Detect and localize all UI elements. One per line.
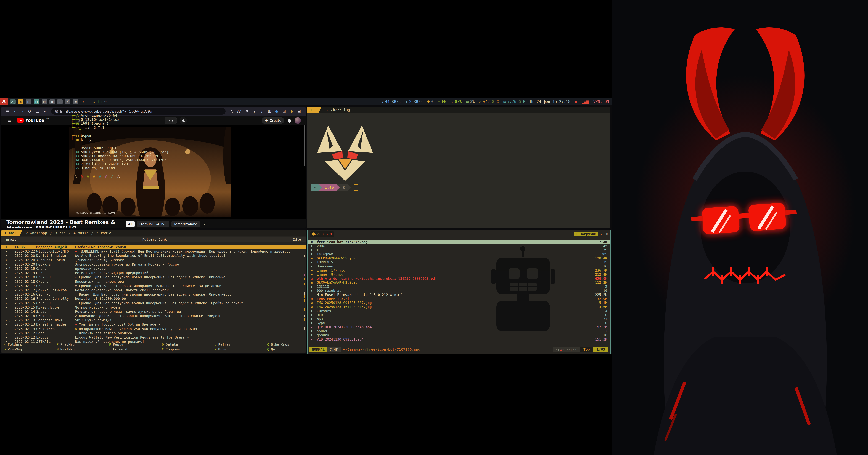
- filter-chip-1[interactable]: From iNEGATIVE: [137, 221, 169, 227]
- ws-images-icon[interactable]: ▣: [50, 99, 55, 104]
- download-icon[interactable]: ⇣: [259, 108, 265, 115]
- mail-row[interactable]: •ℓ2025-02-19Ольгаприведеи заказы: [1, 266, 306, 271]
- chips-chevron-icon[interactable]: ›: [204, 222, 205, 227]
- file-row[interactable]: ▮gomuks10: [308, 333, 611, 337]
- file-row[interactable]: ▣GkC0yLaXgAAP-H2.jpeg112,2K: [308, 281, 611, 285]
- youtube-logo[interactable]: YouTube RU: [17, 118, 49, 123]
- file-row[interactable]: ▮TORRENTS35: [308, 260, 611, 264]
- volume[interactable]: ◁87%: [451, 100, 462, 104]
- mail-help-delete[interactable]: DDelete: [159, 343, 212, 347]
- file-row[interactable]: ▣IMG_20250128_091825_007.jpg5,1M: [308, 301, 611, 305]
- file-row[interactable]: ▮1231132: [308, 285, 611, 289]
- mail-help-nextmsg[interactable]: NNextMsg: [54, 347, 107, 351]
- reader-list-icon[interactable]: ▤: [34, 108, 40, 115]
- puzzle-icon[interactable]: ⊞: [296, 108, 302, 115]
- ws-terminal-icon[interactable]: >_: [10, 99, 16, 104]
- mail-tab-1[interactable]: 2 whatsapp: [23, 230, 50, 236]
- ws-hash-icon[interactable]: #: [65, 99, 70, 104]
- yazi-tab-active[interactable]: 1 Загрузки: [574, 232, 598, 236]
- mail-row[interactable]: •2025-02-18ОксанаИнформация для директор…: [1, 280, 306, 284]
- yazi-tab-inactive[interactable]: 2 X: [600, 232, 608, 236]
- mail-tab-3[interactable]: 4 music: [71, 230, 91, 236]
- mail-tab-active[interactable]: 1 mail: [1, 230, 23, 236]
- filter-chip-0[interactable]: All: [126, 221, 135, 227]
- mail-row[interactable]: •2025-02-13Daniel Shnaider▣Your Warmy To…: [1, 322, 306, 326]
- rss-icon[interactable]: ∿: [229, 108, 235, 115]
- terminal-tab-inactive[interactable]: 2 /h/z/blog: [322, 107, 354, 113]
- mail-row[interactable]: •2025-02-12ExodusExodus Wallet: New Veri…: [1, 335, 306, 339]
- mail-row[interactable]: •2025-02-15Идите ЛесомЧетыре истории о л…: [1, 305, 306, 310]
- mail-help-refresh[interactable]: LRefresh: [212, 343, 265, 347]
- mail-row[interactable]: •2025-02-17Ozon.Ru☒Срочно! Для Вас есть …: [1, 284, 306, 288]
- mail-row[interactable]: •ℓ2025-02-13Лебедева ЮлияSOS! Нужна помо…: [1, 318, 306, 322]
- ws-chat-icon[interactable]: ⊟: [34, 99, 39, 104]
- adblock-icon[interactable]: ◗: [288, 108, 295, 115]
- reload-icon[interactable]: ⟳: [27, 108, 33, 115]
- file-row[interactable]: ▨Lens-FREE-1.3.zip32,9M: [308, 297, 611, 301]
- file-row[interactable]: ▶VID_20241130_092551.mp4151,3M: [308, 337, 611, 341]
- mail-row[interactable]: •14:35Медведев АндрейГлобальные торговые…: [1, 245, 306, 249]
- file-row[interactable]: ▣image (8).jpg212,4K: [308, 272, 611, 277]
- file-row[interactable]: ▮Пингвины16: [308, 264, 611, 268]
- temperature[interactable]: ♨+42.8°C: [479, 100, 499, 104]
- mail-tab-2[interactable]: 3 rss: [53, 230, 68, 236]
- bookmark-caret-icon[interactable]: ▾: [251, 108, 257, 115]
- voice-search-button[interactable]: [180, 117, 187, 124]
- file-row[interactable]: ▯MiniFuse1_Firmware_Update_1_5_0_212_win…: [308, 293, 611, 297]
- shell-prompt[interactable]: ~ 1.46 $: [311, 185, 359, 191]
- launcher-arch-icon[interactable]: Λ: [0, 98, 8, 105]
- create-button[interactable]: + Create: [261, 117, 284, 124]
- menu-icon[interactable]: ≡: [4, 108, 11, 115]
- back-icon[interactable]: ‹: [12, 108, 18, 115]
- filter-chip-2[interactable]: Tomorrowland: [171, 221, 200, 227]
- mail-row[interactable]: 2025-02-13OZON_NEWS◉Поздравляем! Вам нач…: [1, 327, 306, 331]
- mail-row[interactable]: 2025-02-14ЭльзаРеклама от первого лица, …: [1, 310, 306, 314]
- mail-tab-4[interactable]: 5 radio: [94, 230, 114, 236]
- avatar[interactable]: [294, 117, 301, 124]
- mail-help-folders[interactable]: <Folders: [1, 343, 54, 347]
- file-row[interactable]: ▮VBOX45: [308, 244, 611, 248]
- cpu-load[interactable]: ▦3%: [466, 100, 474, 104]
- file-row[interactable]: ▮X79: [308, 248, 611, 252]
- reader-caret-icon[interactable]: ▾: [42, 108, 48, 115]
- file-row[interactable]: ▣GkFPR-GXUAACWSS.jpeg128,4K: [308, 256, 611, 260]
- forward-icon[interactable]: ›: [19, 108, 26, 115]
- ws-pulse-icon[interactable]: ∿: [81, 99, 86, 104]
- ws-cat-icon[interactable]: ᴥ: [18, 99, 24, 104]
- ws-downloads-icon[interactable]: ⇣: [57, 99, 63, 104]
- mail-help-othercmds[interactable]: OOtherCmds: [265, 343, 306, 347]
- clock[interactable]: Пн 24 фев 15:27:18: [530, 100, 570, 104]
- extension-blue-icon[interactable]: ◆: [274, 108, 280, 115]
- mail-help-quit[interactable]: QQuit: [265, 347, 306, 351]
- mail-help-forward[interactable]: FForward: [107, 347, 159, 351]
- mail-help-move[interactable]: MMove: [212, 347, 265, 351]
- shield-icon[interactable]: ◙: [55, 109, 58, 113]
- mail-row[interactable]: •2025-02-15Oz0n_RU!Срочно! Для Вас посту…: [1, 301, 306, 305]
- net-up[interactable]: ↑2 KB/s: [405, 100, 423, 104]
- memory[interactable]: ▤7,76 GiB: [503, 100, 525, 104]
- translate-icon[interactable]: Aˣ: [236, 108, 243, 115]
- file-row[interactable]: ▣IMG_20250123_164440_015.jpg3,6M: [308, 305, 611, 309]
- file-row[interactable]: ▶Q_VIDEO_20241220_085546.mp497,2M: [308, 325, 611, 329]
- ws-files-icon[interactable]: ▤: [26, 99, 31, 104]
- screenshot-icon[interactable]: ⊡: [281, 108, 287, 115]
- file-row[interactable]: ▮Cursors4: [308, 309, 611, 313]
- terminal-tab-active[interactable]: 1 ~: [307, 107, 322, 113]
- url-text[interactable]: https://www.youtube.com/watch?v=5b8A-jgx…: [65, 109, 152, 113]
- sidebar-icon[interactable]: ▦: [266, 108, 273, 115]
- keyboard-layout[interactable]: ⌨EN: [438, 100, 446, 104]
- mail-row[interactable]: •2025-02-20НеонилаЭкспресс-доставка груз…: [1, 262, 306, 266]
- file-row[interactable]: ▮Telegram205: [308, 252, 611, 256]
- mail-row[interactable]: •2025-02-12Гала· Клиенты для вашего бизн…: [1, 331, 306, 335]
- mail-row[interactable]: •2025-02-17Даниил СотниковБольшое обновл…: [1, 288, 306, 292]
- file-row[interactable]: ▣free-icon-bot-7167276.png7,4K: [308, 240, 611, 244]
- mail-row[interactable]: 2025-02-14OZON_RU✓Внимание! Для Вас есть…: [1, 314, 306, 318]
- mail-row[interactable]: •2025-02-20YunoHost Forum[YunoHost Forum…: [1, 258, 306, 262]
- file-row[interactable]: ▮mp377: [308, 317, 611, 321]
- ghost-counter[interactable]: ☻0: [427, 100, 433, 104]
- file-row[interactable]: ▮OLD0: [308, 313, 611, 317]
- net-down[interactable]: ↓44 KB/s: [381, 100, 401, 104]
- mail-row[interactable]: •2025-02-18OZON_RU☒Срочно! Для Вас посту…: [1, 275, 306, 279]
- mail-row[interactable]: •2025-02-19ЮлияРегистрация и Ликвидация …: [1, 271, 306, 275]
- mail-row[interactable]: •2025-02-20Daniel ShnaiderWe Are Breakin…: [1, 254, 306, 258]
